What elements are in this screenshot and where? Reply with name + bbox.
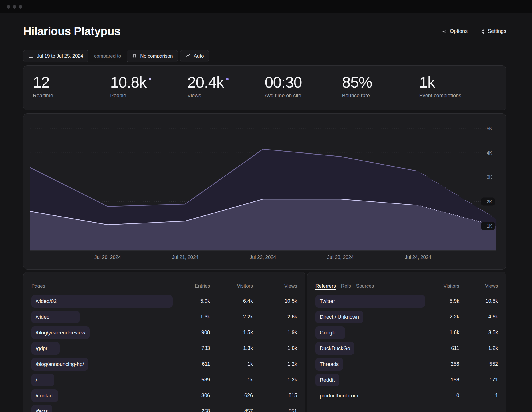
stat-label: Views [187,93,265,99]
table-row[interactable]: /blog/year-end-review9081.5k1.9k [31,325,297,340]
table-row[interactable]: /video1.3k2.2k2.6k [31,309,297,325]
row-views: 1.2k [253,377,297,383]
referrer-visitors-column-header[interactable]: Visitors [425,283,459,289]
table-row[interactable]: /contact306626815 [31,388,297,403]
row-views: 4.6k [459,314,498,320]
row-bar: /contact [31,389,58,402]
compared-to-label: compared to [94,53,121,59]
row-views: 10.5k [459,298,498,304]
table-row[interactable]: /blog/announcing-hp/6111k1.2k [31,356,297,372]
row-bar: / [31,374,54,386]
window-control-dot[interactable] [13,5,16,9]
row-entries: 306 [173,393,210,399]
stat-avg-time-on-site[interactable]: 00:30Avg time on site [265,74,342,110]
table-row[interactable]: Google1.6k3.5k [315,325,498,340]
row-visitors: 1.5k [210,330,253,336]
table-row[interactable]: /5891k1.2k [31,372,297,388]
row-name-cell: / [31,374,173,386]
table-row[interactable]: Twitter5.9k10.5k [315,293,498,309]
row-bar: /facts [31,405,52,412]
x-tick-label: Jul 24, 2024 [405,255,431,260]
row-visitors: 457 [210,408,253,412]
row-name-cell: Direct / Unknown [315,311,425,323]
y-tick-label: 2K [487,199,492,204]
x-tick-label: Jul 22, 2024 [250,255,276,260]
row-name-cell: producthunt.com [315,389,425,402]
window-control-dot[interactable] [19,5,22,9]
tab-referrers[interactable]: Referrers [315,283,336,289]
referrer-views-column-header[interactable]: Views [459,283,498,289]
y-tick-label: 3K [487,175,492,180]
window-control-dot[interactable] [7,5,10,9]
row-visitors: 0 [425,393,459,399]
stat-people[interactable]: 10.8kPeople [110,74,187,110]
row-name-cell: Threads [315,358,425,371]
settings-icon [479,29,485,34]
row-views: 1.6k [253,345,297,351]
stat-label: Realtime [33,93,110,99]
stat-value: 20.4k [187,74,265,91]
stat-value: 00:30 [265,74,342,91]
y-tick-label: 1K [487,224,492,229]
tab-sources[interactable]: Sources [356,283,374,289]
calendar-icon [28,53,34,60]
stat-value: 12 [33,74,110,91]
stats-panel: 12Realtime10.8kPeople20.4kViews00:30Avg … [23,65,506,110]
pages-column-header: Pages [31,283,173,289]
scale-button[interactable]: Auto [180,50,209,62]
traffic-chart-panel: 5K4K3K2K1KJul 20, 2024Jul 21, 2024Jul 22… [23,113,506,270]
stat-realtime[interactable]: 12Realtime [33,74,110,110]
chart-line-icon [185,53,190,60]
row-name-cell: /facts [31,405,173,412]
views-column-header[interactable]: Views [253,283,297,289]
comparison-button[interactable]: No comparison [127,50,178,62]
row-views: 551 [253,408,297,412]
row-views: 2.6k [253,314,297,320]
table-row[interactable]: /gdpr7331.3k1.6k [31,340,297,356]
gear-icon [441,29,447,34]
table-row[interactable]: /video/025.9k6.4k10.5k [31,293,297,309]
table-row[interactable]: Threads258552 [315,356,498,372]
row-bar: Twitter [315,295,425,308]
row-bar: /blog/year-end-review [31,326,90,339]
stat-views[interactable]: 20.4kViews [187,74,265,110]
entries-column-header[interactable]: Entries [173,283,210,289]
window-controls [7,5,22,9]
table-row[interactable]: /facts258457551 [31,403,297,412]
settings-button[interactable]: Settings [479,28,506,34]
options-button[interactable]: Options [441,28,468,34]
dashboard: Hilarious Platypus Options [0,13,532,412]
stat-label: Event completions [419,93,497,99]
tab-refs[interactable]: Refs [341,283,351,289]
table-row[interactable]: DuckDuckGo6111.2k [315,340,498,356]
row-bar: Threads [315,358,343,371]
stat-value: 10.8k [110,74,187,91]
row-visitors: 1k [210,361,253,367]
scale-label: Auto [194,53,204,59]
stat-event-completions[interactable]: 1kEvent completions [419,74,497,110]
visitors-column-header[interactable]: Visitors [210,283,253,289]
date-range-button[interactable]: Jul 19 to Jul 25, 2024 [23,50,88,62]
traffic-area-chart: 5K4K3K2K1KJul 20, 2024Jul 21, 2024Jul 22… [23,114,506,269]
compare-arrows-icon [132,53,137,60]
series-dot [226,78,229,80]
row-visitors: 2.2k [210,314,253,320]
row-name-cell: Twitter [315,295,425,308]
row-name-cell: Google [315,326,425,339]
row-bar: Direct / Unknown [315,311,363,323]
stat-bounce-rate[interactable]: 85%Bounce rate [342,74,419,110]
row-visitors: 1.6k [425,330,459,336]
comparison-label: No comparison [140,53,173,59]
row-views: 1.9k [253,330,297,336]
row-name-cell: /gdpr [31,342,173,355]
table-row[interactable]: producthunt.com01 [315,388,498,403]
row-entries: 5.9k [173,298,210,304]
x-tick-label: Jul 21, 2024 [172,255,198,260]
stat-label: Avg time on site [265,93,342,99]
stat-label: People [110,93,187,99]
page-title: Hilarious Platypus [23,25,120,38]
stat-value: 85% [342,74,419,91]
table-row[interactable]: Reddit158171 [315,372,498,388]
date-range-label: Jul 19 to Jul 25, 2024 [37,53,83,59]
table-row[interactable]: Direct / Unknown2.2k4.6k [315,309,498,325]
